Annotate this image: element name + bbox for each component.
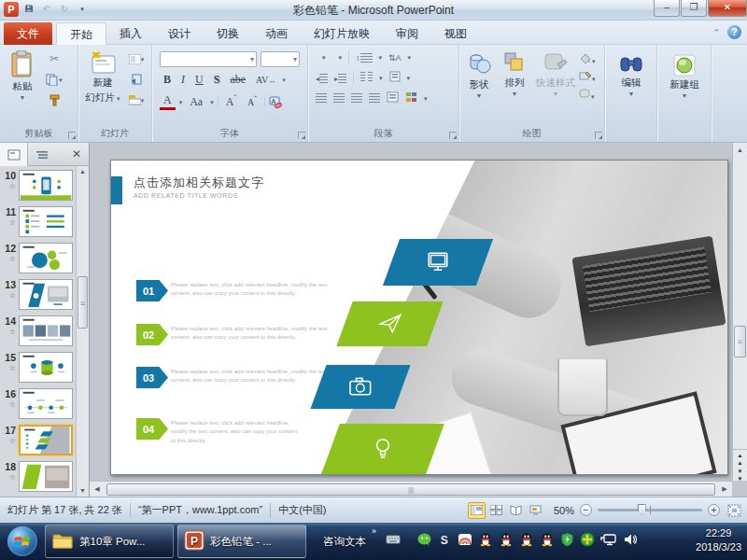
shape-effects-button[interactable]: ▾: [579, 89, 596, 101]
align-right-button[interactable]: [351, 93, 362, 103]
slide-item-badge-03[interactable]: 03: [136, 367, 168, 388]
tray-expand-chevron-icon[interactable]: »: [372, 526, 376, 536]
slide-thumbnail-18[interactable]: 18☆: [0, 457, 77, 494]
help-icon[interactable]: ?: [727, 25, 741, 39]
monitor-shape[interactable]: [383, 239, 493, 286]
qq-tray-icon[interactable]: [519, 532, 534, 549]
italic-button[interactable]: I: [177, 73, 189, 87]
slide-item-text-04[interactable]: Please replace text, click add relevant …: [171, 419, 302, 445]
language-indicator[interactable]: 中文(中国): [278, 503, 326, 517]
sogou-tray-icon[interactable]: S: [438, 532, 452, 549]
slide-item-badge-01[interactable]: 01: [136, 280, 168, 301]
new-slide-button[interactable]: 新建 幻灯片▾: [82, 50, 123, 105]
scroll-up-icon[interactable]: ▲: [733, 143, 747, 157]
zoom-level[interactable]: 50%: [554, 505, 574, 516]
slide-item-text-03[interactable]: Please replace text, click add relevant …: [171, 368, 331, 385]
wechat-tray-icon[interactable]: [416, 532, 432, 549]
scroll-right-icon[interactable]: ▶: [717, 485, 732, 493]
fit-to-window-icon[interactable]: [727, 504, 741, 517]
slide-thumbnail-14[interactable]: 14☆: [0, 312, 77, 348]
cut-button[interactable]: ✂: [45, 50, 63, 67]
zoom-in-button[interactable]: +: [708, 504, 720, 516]
slide-canvas[interactable]: 点击添加相关标题文字 ADD RELATED TITLE WORDS 01Ple…: [110, 160, 728, 475]
start-button[interactable]: [7, 526, 37, 556]
tab-切换[interactable]: 切换: [204, 22, 252, 45]
taskbar-toolbar-label[interactable]: 咨询文本: [323, 535, 366, 549]
qq-tray-icon[interactable]: [478, 532, 493, 549]
zoom-slider-thumb[interactable]: [638, 504, 646, 515]
taskbar-app-powerpoint[interactable]: P彩色铅笔 - ...: [177, 525, 306, 558]
theme-name[interactable]: “第一PPT，www.1ppt.com”: [138, 503, 262, 517]
normal-view-button[interactable]: [468, 502, 486, 519]
sidebar-scrollbar[interactable]: ▲ ▼: [76, 166, 89, 497]
slide-title[interactable]: 点击添加相关标题文字: [134, 175, 264, 191]
paper-plane-shape[interactable]: [336, 301, 443, 346]
shapes-button[interactable]: 形状 ▼: [463, 50, 495, 98]
clear-formatting-icon[interactable]: A: [269, 96, 282, 108]
clipboard-dialog-launcher[interactable]: [68, 132, 76, 139]
collapse-ribbon-icon[interactable]: ⌃: [712, 28, 720, 37]
change-case-button[interactable]: Aa: [186, 95, 206, 109]
shape-outline-button[interactable]: ▾: [579, 71, 596, 83]
slide-item-badge-02[interactable]: 02: [136, 324, 168, 345]
speaker-tray-icon[interactable]: [623, 532, 638, 549]
tab-开始[interactable]: 开始: [56, 22, 106, 45]
zoom-slider[interactable]: [598, 509, 702, 511]
char-spacing-button[interactable]: AV↔: [252, 75, 279, 85]
align-text-button[interactable]: [389, 71, 401, 84]
slide-thumbnail-16[interactable]: 16☆: [0, 385, 77, 421]
distribute-button[interactable]: [387, 91, 399, 105]
tab-幻灯片放映[interactable]: 幻灯片放映: [301, 22, 383, 45]
tab-动画[interactable]: 动画: [252, 22, 301, 45]
scroll-left-icon[interactable]: ◀: [90, 485, 105, 493]
lightbulb-shape[interactable]: [321, 424, 444, 474]
network-tray-icon[interactable]: [600, 532, 617, 549]
increase-indent-button[interactable]: ▸: [334, 72, 346, 83]
font-dialog-launcher[interactable]: [298, 132, 305, 139]
sidebar-scroll-down-icon[interactable]: ▼: [77, 485, 89, 497]
copy-button[interactable]: ▾: [45, 71, 63, 88]
align-center-button[interactable]: [333, 93, 345, 103]
rainbow-tray-icon[interactable]: [458, 532, 472, 549]
slide-thumbnail-10[interactable]: 10☆: [0, 166, 77, 203]
strikethrough-button[interactable]: abe: [226, 73, 249, 87]
slide-thumbnail-17[interactable]: 17☆: [0, 421, 77, 457]
slide-subtitle[interactable]: ADD RELATED TITLE WORDS: [134, 192, 238, 199]
keyboard-tray-icon[interactable]: [385, 532, 402, 549]
shield-tray-icon[interactable]: [560, 532, 574, 549]
slide-item-text-02[interactable]: Please replace text, click add relevant …: [171, 325, 331, 343]
slide-item-text-01[interactable]: Please replace text, click add relevant …: [171, 281, 331, 299]
font-size-select[interactable]: [261, 51, 300, 67]
taskbar-app-folder[interactable]: 第10章 Pow...: [45, 525, 174, 558]
shrink-font-button[interactable]: Aˇ: [244, 95, 261, 107]
close-button[interactable]: ✕: [708, 0, 747, 17]
plus-tray-icon[interactable]: [580, 532, 595, 549]
slide-thumbnail-15[interactable]: 15☆: [0, 348, 77, 385]
grow-font-button[interactable]: Aˆ: [222, 94, 240, 109]
close-panel-icon[interactable]: ✕: [64, 143, 89, 165]
shadow-button[interactable]: S: [210, 73, 224, 87]
paragraph-dialog-launcher[interactable]: [449, 132, 457, 139]
tab-file[interactable]: 文件: [4, 22, 52, 45]
tab-outline[interactable]: [28, 143, 56, 166]
format-painter-button[interactable]: [45, 91, 63, 108]
minimize-button[interactable]: –: [654, 0, 680, 17]
arrange-button[interactable]: 排列 ▼: [499, 50, 530, 96]
underline-button[interactable]: U: [191, 73, 207, 87]
editing-button[interactable]: 编辑 ▼: [613, 54, 650, 96]
text-direction-button[interactable]: ⇅A: [388, 51, 402, 63]
tab-视图[interactable]: 视图: [431, 22, 480, 45]
slide-thumbnail-13[interactable]: 13☆: [0, 275, 77, 312]
editor-horizontal-scrollbar[interactable]: ◀ ||| ▶: [90, 481, 732, 497]
columns-button[interactable]: [360, 72, 373, 83]
qq-tray-icon[interactable]: [499, 532, 514, 549]
section-button[interactable]: ▾: [127, 91, 146, 108]
paste-button[interactable]: 粘贴 ▼: [6, 50, 39, 100]
smartart-button[interactable]: [405, 91, 417, 105]
tab-审阅[interactable]: 审阅: [383, 22, 431, 45]
tab-slides-thumbnails[interactable]: [0, 143, 28, 166]
decrease-indent-button[interactable]: ◂: [316, 72, 328, 83]
tab-插入[interactable]: 插入: [106, 22, 155, 45]
quick-styles-button[interactable]: 快速样式 ▼: [534, 50, 577, 96]
sidebar-scroll-thumb[interactable]: [78, 276, 88, 329]
